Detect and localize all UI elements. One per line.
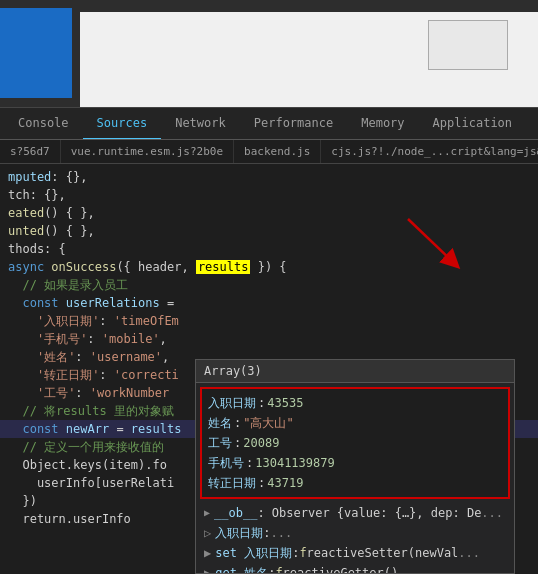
obj-row-0: 入职日期 : 43535 — [208, 393, 502, 413]
popup-header: Array(3) — [196, 360, 514, 383]
popup-panel: Array(3) 入职日期 : 43535 姓名 : "高大山" — [195, 359, 515, 574]
arrow-indicator — [398, 214, 478, 274]
browser-logo — [0, 8, 72, 98]
svg-line-1 — [408, 219, 453, 262]
code-line: tch: {}, — [0, 186, 538, 204]
tab-network[interactable]: Network — [161, 108, 240, 140]
code-line: // 如果是录入员工 — [0, 276, 538, 294]
devtools-tab-bar: Console Sources Network Performance Memo… — [0, 108, 538, 140]
file-tab-bar: s?56d7 vue.runtime.esm.js?2b0e backend.j… — [0, 140, 538, 164]
tab-console[interactable]: Console — [4, 108, 83, 140]
code-editor: mputed: {}, tch: {}, eated() { }, unted(… — [0, 164, 538, 574]
obj-row-4: 转正日期 : 43719 — [208, 473, 502, 493]
code-line: const userRelations = — [0, 294, 538, 312]
prop-row-3: ▶ get 姓名 : f reactiveGetter() — [196, 563, 514, 573]
array-popup: Array(3) 入职日期 : 43535 姓名 : "高大山" — [195, 359, 538, 574]
file-tab-2[interactable]: backend.js — [234, 140, 321, 163]
tab-more[interactable]: Li... — [526, 108, 538, 140]
prop-row-2: ▶ set 入职日期 : f reactiveSetter(newVal ... — [196, 543, 514, 563]
browser-window — [428, 20, 508, 70]
file-tab-0[interactable]: s?56d7 — [0, 140, 61, 163]
code-line: mputed: {}, — [0, 168, 538, 186]
tab-sources[interactable]: Sources — [83, 108, 162, 140]
devtools-panel: Console Sources Network Performance Memo… — [0, 108, 538, 574]
file-tab-1[interactable]: vue.runtime.esm.js?2b0e — [61, 140, 234, 163]
obj-row-1: 姓名 : "高大山" — [208, 413, 502, 433]
prop-row-0: ▶ __ob__ : Observer {value: {…}, dep: De… — [196, 503, 514, 523]
object-detail-box: 入职日期 : 43535 姓名 : "高大山" 工号 : 20089 — [200, 387, 510, 499]
browser-chrome — [0, 0, 538, 108]
obj-row-2: 工号 : 20089 — [208, 433, 502, 453]
tab-memory[interactable]: Memory — [347, 108, 418, 140]
browser-content — [80, 12, 538, 107]
popup-content: 入职日期 : 43535 姓名 : "高大山" 工号 : 20089 — [196, 383, 514, 573]
code-line: '入职日期': 'timeOfEm — [0, 312, 538, 330]
file-tab-3[interactable]: cjs.js?!./node_...cript&lang=js& — [321, 140, 538, 163]
obj-row-3: 手机号 : 13041139879 — [208, 453, 502, 473]
prop-row-1: ▷ 入职日期 : ... — [196, 523, 514, 543]
tab-application[interactable]: Application — [419, 108, 526, 140]
code-line: '手机号': 'mobile', — [0, 330, 538, 348]
tab-performance[interactable]: Performance — [240, 108, 347, 140]
